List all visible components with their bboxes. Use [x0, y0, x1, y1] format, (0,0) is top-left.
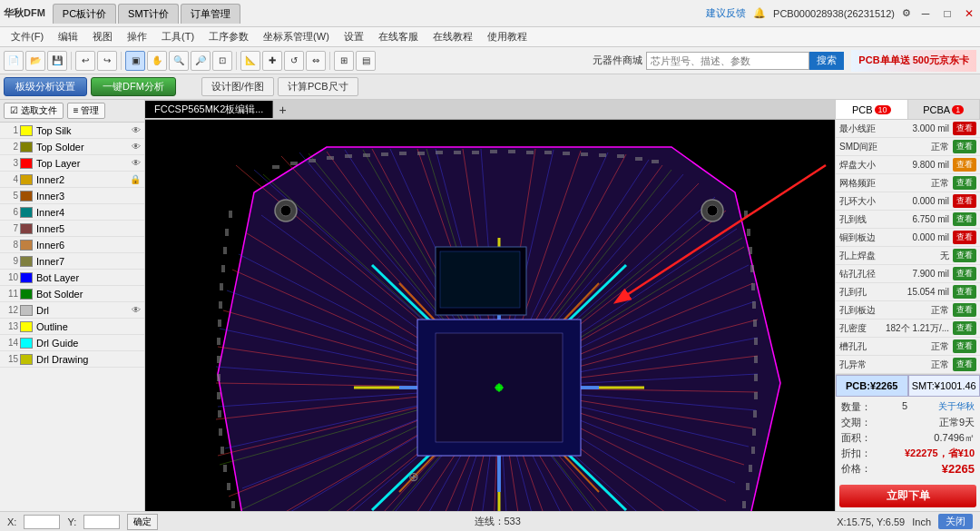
grid-button[interactable]: ⊞ — [334, 51, 354, 71]
layer-item[interactable]: 15 Drl Drawing — [0, 351, 144, 368]
check-item: 最小线距 3.000 mil 查看 — [836, 120, 980, 138]
price-tab-pcb[interactable]: PCB:¥2265 — [836, 375, 908, 397]
layer-item[interactable]: 9 Inner7 — [0, 253, 144, 270]
tab-design-view[interactable]: 设计图/作图 — [201, 77, 274, 96]
feedback-link[interactable]: 建议反馈 — [706, 6, 746, 20]
hand-button[interactable]: ✋ — [147, 51, 167, 71]
check-status-btn[interactable]: 查看 — [953, 358, 976, 371]
maximize-button[interactable]: □ — [940, 6, 955, 21]
component-search-input[interactable] — [646, 52, 809, 70]
dfm-analysis-button[interactable]: 一键DFM分析 — [91, 77, 176, 96]
pcb-canvas[interactable]: Ma-tek FCCSP565, MK2LANDMARK45 REV 1.0 — [145, 120, 835, 511]
check-status-btn[interactable]: 查看 — [953, 140, 976, 153]
tab-pcb[interactable]: PCB 10 — [836, 100, 908, 119]
layer-item[interactable]: 1 Top Silk 👁 — [0, 123, 144, 139]
menu-file[interactable]: 文件(F) — [4, 28, 51, 45]
new-button[interactable]: 📄 — [4, 51, 24, 71]
check-status-btn[interactable]: 查看 — [953, 212, 976, 226]
layer-item[interactable]: 5 Inner3 — [0, 188, 144, 204]
menu-operate[interactable]: 操作 — [120, 28, 154, 45]
zoom-out-button[interactable]: 🔎 — [191, 51, 211, 71]
layer-color-swatch — [20, 272, 33, 283]
close-status-button[interactable]: 关闭 — [938, 514, 973, 529]
layer-color-swatch — [20, 256, 33, 267]
confirm-button[interactable]: 确定 — [127, 514, 158, 530]
measure-button[interactable]: 📐 — [240, 51, 260, 71]
check-status-btn[interactable]: 查看 — [953, 321, 976, 335]
check-value: 3.000 mil — [912, 123, 949, 133]
search-button[interactable]: 搜索 — [809, 52, 844, 70]
menu-tools[interactable]: 工具(T) — [154, 28, 201, 45]
menu-coord-mgmt[interactable]: 坐标系管理(W) — [256, 28, 337, 45]
layer-item[interactable]: 12 Drl 👁 — [0, 302, 144, 319]
check-status-btn[interactable]: 查看 — [953, 267, 976, 280]
save-button[interactable]: 💾 — [47, 51, 67, 71]
menu-online-tutorial[interactable]: 在线教程 — [426, 28, 480, 45]
about-label[interactable]: 关于华秋 — [938, 400, 975, 414]
layer-item[interactable]: 2 Top Solder 👁 — [0, 139, 144, 155]
component-search-area: 元器件商城 搜索 PCB单单送 500元京东卡 — [593, 50, 976, 72]
layer-item[interactable]: 8 Inner6 — [0, 237, 144, 253]
layer-item[interactable]: 3 Top Layer 👁 — [0, 155, 144, 172]
canvas-tab-bar: FCCSP565MK2板编辑... + — [145, 100, 835, 120]
cross-button[interactable]: ✚ — [262, 51, 282, 71]
layer-item[interactable]: 14 Drl Guide — [0, 335, 144, 351]
price-tab-smt[interactable]: SMT:¥1001.46 — [908, 375, 981, 397]
manage-button[interactable]: ≡ 管理 — [67, 103, 106, 119]
layer-name: Inner6 — [36, 240, 141, 251]
x-input[interactable] — [24, 515, 60, 529]
menu-view[interactable]: 视图 — [85, 28, 120, 45]
svg-rect-166 — [223, 247, 227, 254]
tab-pcba[interactable]: PCBA 1 — [908, 100, 981, 119]
bell-icon[interactable]: 🔔 — [753, 7, 766, 19]
y-input[interactable] — [83, 515, 120, 529]
check-status-btn[interactable]: 查看 — [953, 176, 976, 190]
canvas-tab-item[interactable]: FCCSP565MK2板编辑... — [145, 101, 273, 118]
check-status-btn[interactable]: 查看 — [953, 158, 976, 172]
minimize-button[interactable]: ─ — [918, 6, 933, 21]
check-status-btn[interactable]: 查看 — [953, 231, 976, 244]
layer-item[interactable]: 6 Inner4 — [0, 204, 144, 221]
tab-pcb-price[interactable]: PC板计价 — [53, 4, 116, 24]
layer-color-swatch — [20, 174, 33, 185]
tab-calculate-pcb[interactable]: 计算PCB尺寸 — [278, 77, 358, 96]
layer-item[interactable]: 4 Inner2 🔒 — [0, 172, 144, 188]
menu-online-service[interactable]: 在线客服 — [371, 28, 426, 45]
redo-button[interactable]: ↪ — [97, 51, 117, 71]
zoom-in-button[interactable]: 🔍 — [169, 51, 189, 71]
mirror-button[interactable]: ⇔ — [306, 51, 326, 71]
analysis-settings-button[interactable]: 板级分析设置 — [4, 77, 87, 96]
order-button[interactable]: 立即下单 — [839, 485, 976, 507]
layer-name: Inner4 — [36, 207, 141, 218]
undo-button[interactable]: ↩ — [75, 51, 95, 71]
menu-process-params[interactable]: 工序参数 — [201, 28, 256, 45]
open-button[interactable]: 📂 — [25, 51, 45, 71]
layer-item[interactable]: 13 Outline — [0, 319, 144, 335]
check-status-btn[interactable]: 查看 — [953, 249, 976, 262]
svg-rect-111 — [417, 152, 425, 155]
layer-num: 11 — [4, 289, 18, 299]
check-status-btn[interactable]: 查看 — [953, 122, 976, 135]
check-status-btn[interactable]: 查看 — [953, 303, 976, 317]
check-status-btn[interactable]: 查看 — [953, 194, 976, 208]
layer-button[interactable]: ▤ — [356, 51, 376, 71]
layer-item[interactable]: 7 Inner5 — [0, 221, 144, 237]
layer-color-swatch — [20, 354, 33, 365]
menu-settings[interactable]: 设置 — [337, 28, 371, 45]
layer-name: Drl Drawing — [36, 354, 141, 365]
check-status-btn[interactable]: 查看 — [953, 285, 976, 299]
tab-order-mgmt[interactable]: 订单管理 — [181, 4, 240, 24]
check-status-btn[interactable]: 查看 — [953, 339, 976, 353]
select-button[interactable]: ▣ — [125, 51, 145, 71]
add-tab-button[interactable]: + — [273, 101, 291, 119]
layer-item[interactable]: 11 Bot Solder — [0, 286, 144, 302]
fit-button[interactable]: ⊡ — [212, 51, 232, 71]
menu-tutorial[interactable]: 使用教程 — [480, 28, 534, 45]
close-button[interactable]: ✕ — [962, 6, 976, 21]
settings-icon[interactable]: ⚙ — [902, 7, 911, 19]
tab-smt-price[interactable]: SMT计价 — [118, 4, 179, 24]
select-files-button[interactable]: ☑ 选取文件 — [4, 103, 64, 119]
layer-item[interactable]: 10 Bot Layer — [0, 270, 144, 286]
rotate-button[interactable]: ↺ — [284, 51, 304, 71]
menu-edit[interactable]: 编辑 — [51, 28, 85, 45]
